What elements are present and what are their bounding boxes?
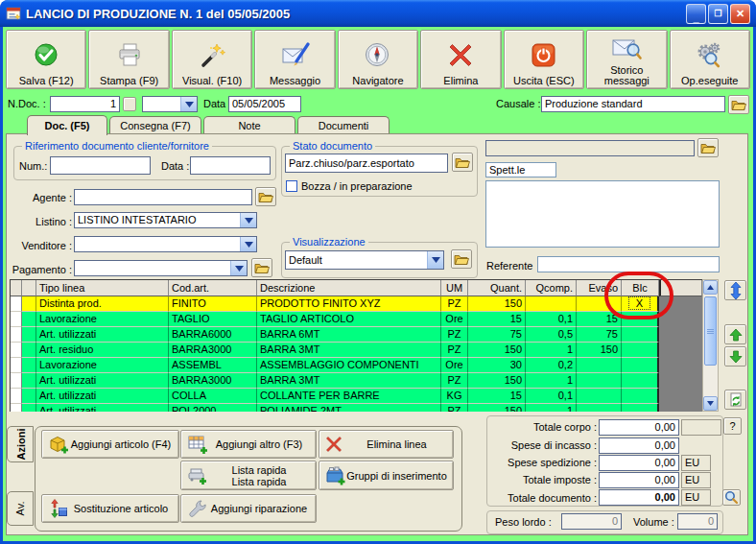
listino-combo[interactable]: LISTINO INTESTATARIO [74, 212, 257, 228]
grid-row-1[interactable]: Distinta prod. FINITO PRODOTTO FINITO XY… [11, 296, 702, 312]
chevron-down-icon[interactable] [240, 237, 256, 251]
cell-um: PZ [441, 404, 468, 412]
delete-button[interactable]: Elimina [420, 30, 501, 89]
agente-input[interactable] [74, 189, 252, 205]
save-button[interactable]: Salva (F12) [6, 30, 86, 89]
preview-button[interactable]: Visual. (F10) [172, 30, 252, 89]
col-header-evaso[interactable]: Evaso [577, 280, 622, 296]
grid-row-6[interactable]: Art. utilizzati BARRA3000 BARRA 3MT PZ 1… [11, 373, 702, 389]
exit-button[interactable]: Uscita (ESC) [504, 30, 584, 89]
totale-corpo-label: Totale corpo : [489, 421, 597, 433]
cell-qcomp [526, 296, 577, 312]
grid-row-5[interactable]: Lavorazione ASSEMBL ASSEMBLAGGIO COMPONE… [11, 358, 702, 373]
col-header-qcomp[interactable]: Qcomp. [526, 280, 577, 296]
grid-row-2[interactable]: Lavorazione TAGLIO TAGLIO ARTICOLO Ore 1… [11, 312, 702, 327]
spettle-input[interactable]: Spett.le [485, 162, 556, 177]
col-header-cod-art[interactable]: Cod.art. [169, 280, 257, 296]
save-button-label: Salva (F12) [19, 76, 74, 86]
stato-group-title: Stato documento [290, 140, 375, 152]
tab-documenti[interactable]: Documenti [297, 116, 390, 133]
quick-list-button[interactable]: Lista rapidaLista rapida [180, 461, 317, 490]
add-article-button[interactable]: Aggiungi articolo (F4) [41, 430, 179, 459]
col-header-um[interactable]: UM [441, 280, 468, 296]
scroll-down-button[interactable] [703, 396, 718, 411]
cell-blc-selected[interactable]: X [622, 296, 659, 312]
power-icon [532, 34, 555, 76]
help-button[interactable]: ? [723, 417, 742, 435]
causale-input[interactable]: Produzione standard [541, 96, 725, 112]
address-textarea[interactable] [485, 180, 720, 248]
stato-folder-button[interactable] [452, 153, 473, 172]
ndoc-input[interactable]: 1 [50, 96, 120, 112]
gears-magnifier-icon [696, 34, 723, 76]
insert-groups-button[interactable]: Gruppi di inserimento [319, 461, 454, 490]
maximize-button[interactable]: ❐ [708, 4, 728, 24]
grid-row-7[interactable]: Art. utilizzati COLLA COLLANTE PER BARRE… [11, 389, 702, 404]
cell-um: KG [441, 389, 468, 404]
cell-quant: 15 [468, 312, 526, 327]
col-header-tipo-linea[interactable]: Tipo linea [36, 280, 169, 296]
destinatario-input[interactable] [485, 140, 695, 156]
chevron-down-icon[interactable] [180, 97, 197, 111]
message-history-button[interactable]: Storico messaggi [586, 30, 667, 89]
pagamento-folder-button[interactable] [251, 258, 272, 277]
peso-lordo-label: Peso lordo : [495, 516, 552, 528]
scroll-up-button[interactable] [703, 280, 718, 295]
tab-azioni[interactable]: Azioni [7, 426, 34, 462]
tab-av[interactable]: Av. [7, 491, 34, 526]
add-other-icon [187, 435, 208, 454]
add-other-button[interactable]: Aggiungi altro (F3) [180, 430, 317, 459]
add-repair-button[interactable]: Aggiungi riparazione [180, 494, 317, 523]
visualizzazione-combo[interactable]: Default [285, 250, 444, 270]
navigator-button[interactable]: Navigatore [338, 30, 418, 89]
replace-article-button[interactable]: Sostituzione articolo [41, 494, 179, 523]
print-button[interactable]: Stampa (F9) [88, 30, 169, 89]
cell-um: Ore [441, 358, 468, 373]
message-button[interactable]: Messaggio [254, 30, 335, 89]
num-input[interactable] [50, 156, 151, 175]
pagamento-combo[interactable] [74, 260, 248, 276]
minimize-button[interactable]: _ [686, 4, 706, 24]
cell-desc: BARRA 6MT [257, 327, 441, 343]
causale-folder-button[interactable] [728, 95, 749, 114]
bozza-checkbox[interactable] [286, 180, 297, 192]
grid-scrollbar[interactable] [702, 279, 719, 412]
grid-row-4[interactable]: Art. residuo BARRA3000 BARRA 3MT PZ 150 … [11, 343, 702, 358]
data-input[interactable]: 05/05/2005 [228, 96, 301, 112]
venditore-combo[interactable] [74, 236, 257, 252]
col-header-blc[interactable]: Blc [622, 280, 659, 296]
folder-icon [254, 262, 270, 274]
close-button[interactable]: ✕ [730, 4, 750, 24]
tab-doc[interactable]: Doc. (F5) [27, 115, 107, 135]
scroll-thumb[interactable] [704, 296, 717, 366]
grid-row-3[interactable]: Art. utilizzati BARRA6000 BARRA 6MT PZ 7… [11, 327, 702, 343]
ndoc-combo[interactable] [142, 96, 198, 112]
move-updown-button[interactable] [724, 280, 746, 300]
chevron-down-icon[interactable] [240, 213, 256, 227]
grid-row-8[interactable]: Art. utilizzati POL2000 POLIAMIDE 2MT PZ… [11, 404, 702, 412]
destinatario-folder-button[interactable] [697, 138, 719, 157]
refresh-lines-button[interactable] [724, 390, 746, 410]
save-check-icon [34, 34, 59, 76]
chevron-down-icon[interactable] [230, 261, 247, 275]
referente-input[interactable] [537, 256, 720, 272]
agente-folder-button[interactable] [255, 187, 276, 206]
cell-quant: 150 [468, 296, 526, 312]
col-header-quant[interactable]: Quant. [468, 280, 526, 296]
tab-consegna[interactable]: Consegna (F7) [109, 116, 201, 133]
tab-note[interactable]: Note [203, 116, 295, 133]
cell-quant: 15 [468, 389, 526, 404]
num-label: Num.: [19, 160, 47, 172]
move-up-button[interactable] [724, 324, 746, 344]
stato-input[interactable]: Parz.chiuso/parz.esportato [285, 154, 448, 173]
operations-button[interactable]: Op.eseguite [670, 30, 750, 89]
rif-data-input[interactable] [190, 156, 271, 175]
col-header-descrizione[interactable]: Descrizione [257, 280, 441, 296]
move-down-button[interactable] [724, 346, 746, 367]
visualizzazione-folder-button[interactable] [451, 249, 472, 269]
chevron-down-icon[interactable] [427, 251, 443, 269]
green-up-arrow-icon [729, 328, 743, 342]
ndoc-lookup-button[interactable] [123, 97, 136, 111]
zoom-total-button[interactable] [722, 489, 741, 506]
delete-line-button[interactable]: Elimina linea [319, 430, 454, 459]
